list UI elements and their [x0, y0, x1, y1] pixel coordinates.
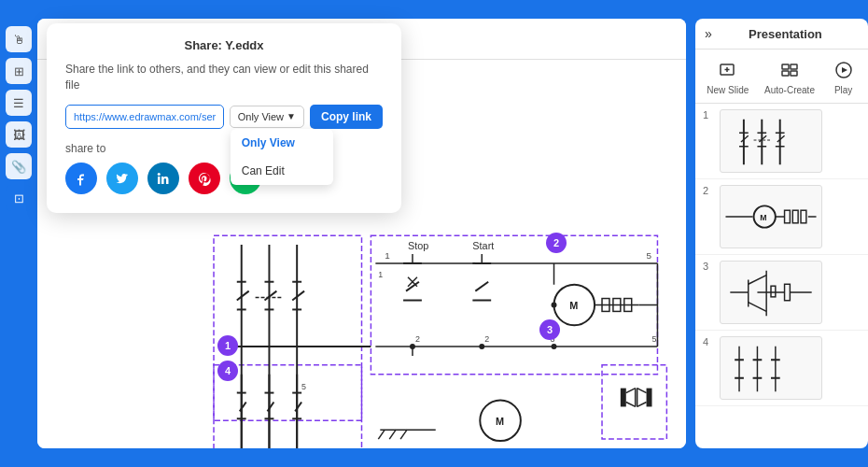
dropdown-label: Only View	[238, 111, 284, 122]
svg-line-29	[475, 282, 488, 291]
panel-title: Presentation	[712, 27, 859, 41]
slide1-svg	[721, 110, 821, 172]
share-modal: Share: Y.eddx Share the link to others, …	[47, 23, 401, 213]
auto-create-label: Auto-Create	[764, 85, 815, 95]
copy-link-button[interactable]: Copy link	[310, 105, 383, 129]
expand-icon[interactable]: »	[705, 26, 712, 41]
svg-line-73	[637, 389, 647, 393]
slide-item-1[interactable]: 1	[695, 104, 868, 179]
svg-rect-72	[647, 389, 652, 407]
svg-line-14	[292, 291, 304, 301]
modal-title: Share: Y.eddx	[65, 38, 383, 52]
link-row: Only View ▼ Only View Can Edit Copy link	[65, 105, 383, 129]
slide-thumb-1	[720, 109, 822, 173]
badge-2: 2	[546, 233, 567, 253]
svg-line-67	[400, 430, 407, 439]
svg-line-8	[237, 291, 249, 301]
link-input[interactable]	[65, 105, 224, 129]
svg-text:5: 5	[652, 334, 657, 344]
modal-description: Share the link to others, and they can v…	[65, 62, 383, 93]
slide4-svg	[721, 337, 821, 399]
svg-text:5: 5	[301, 382, 306, 391]
svg-text:1: 1	[385, 250, 390, 261]
badge-3: 3	[539, 319, 560, 340]
slide-item-4[interactable]: 4	[695, 331, 868, 406]
svg-text:5: 5	[647, 250, 652, 261]
social-icons	[65, 163, 383, 194]
svg-point-83	[552, 344, 557, 349]
svg-line-66	[389, 430, 396, 439]
sidebar-icon-5[interactable]: 📎	[6, 153, 32, 179]
dropdown-menu: Only View Can Edit	[231, 129, 333, 185]
svg-text:M: M	[496, 416, 504, 427]
svg-rect-88	[782, 64, 789, 69]
svg-rect-3	[602, 365, 666, 439]
linkedin-share-btn[interactable]	[147, 163, 179, 194]
view-mode-dropdown[interactable]: Only View ▼ Only View Can Edit	[230, 106, 304, 128]
sidebar-icon-2[interactable]: ⊞	[6, 58, 32, 84]
slide3-svg	[721, 262, 821, 323]
svg-text:M: M	[569, 300, 578, 311]
slide-item-2[interactable]: 2 M	[695, 179, 868, 255]
svg-rect-90	[782, 71, 789, 76]
slide-list: 1 2	[695, 104, 868, 448]
badge-4: 4	[217, 361, 238, 381]
svg-line-117	[749, 276, 766, 285]
svg-marker-93	[842, 67, 847, 73]
svg-text:2: 2	[484, 334, 489, 344]
badge-1: 1	[217, 335, 238, 356]
slide-number-2: 2	[703, 185, 714, 196]
svg-line-11	[265, 291, 277, 301]
svg-line-69	[626, 389, 636, 393]
sidebar-icon-3[interactable]: ☰	[6, 90, 32, 116]
svg-rect-91	[791, 71, 797, 76]
right-panel: » Presentation New Slide Auto-Create Pla…	[695, 19, 868, 448]
svg-rect-113	[801, 210, 806, 223]
new-slide-label: New Slide	[707, 85, 749, 95]
auto-create-icon	[777, 57, 803, 83]
svg-rect-0	[214, 235, 361, 420]
svg-line-70	[626, 402, 636, 406]
svg-point-81	[410, 344, 415, 349]
slide-thumb-2: M	[720, 185, 822, 248]
svg-line-118	[749, 303, 766, 312]
svg-text:Stop: Stop	[408, 240, 428, 251]
sidebar-icon-4[interactable]: 🖼	[6, 121, 32, 148]
svg-rect-89	[791, 64, 797, 69]
sidebar-icon-6[interactable]: ⊡	[6, 185, 32, 211]
svg-line-104	[777, 135, 785, 142]
only-view-option[interactable]: Only View	[231, 129, 333, 157]
chevron-down-icon: ▼	[287, 111, 296, 121]
svg-rect-68	[621, 389, 626, 407]
svg-line-74	[637, 402, 647, 406]
svg-point-84	[552, 303, 557, 308]
facebook-share-btn[interactable]	[65, 163, 97, 194]
slide-thumb-3	[720, 261, 822, 324]
can-edit-option[interactable]: Can Edit	[231, 157, 333, 185]
slide-number-4: 4	[703, 336, 714, 347]
play-label: Play	[834, 85, 852, 95]
left-sidebar: 🖱 ⊞ ☰ 🖼 📎 ⊡	[0, 19, 37, 448]
slide-number-3: 3	[703, 261, 714, 272]
right-panel-header: » Presentation	[695, 19, 868, 50]
svg-rect-2	[214, 365, 361, 448]
auto-create-btn[interactable]: Auto-Create	[764, 57, 815, 95]
svg-text:Start: Start	[472, 240, 494, 251]
svg-point-135	[158, 173, 161, 176]
svg-rect-134	[158, 177, 161, 184]
svg-line-65	[378, 430, 385, 439]
slide-item-3[interactable]: 3	[695, 255, 868, 331]
play-btn[interactable]: Play	[831, 57, 857, 95]
pinterest-share-btn[interactable]	[189, 163, 220, 194]
sidebar-icon-1[interactable]: 🖱	[6, 26, 32, 52]
play-icon	[831, 57, 857, 83]
svg-rect-111	[785, 210, 791, 223]
new-slide-btn[interactable]: New Slide	[707, 57, 749, 95]
svg-rect-121	[785, 284, 791, 300]
new-slide-icon	[715, 57, 741, 83]
svg-rect-124	[771, 286, 776, 297]
svg-text:M: M	[760, 213, 766, 222]
twitter-share-btn[interactable]	[106, 163, 138, 194]
svg-text:2: 2	[415, 334, 420, 344]
slide2-svg: M	[721, 186, 821, 248]
